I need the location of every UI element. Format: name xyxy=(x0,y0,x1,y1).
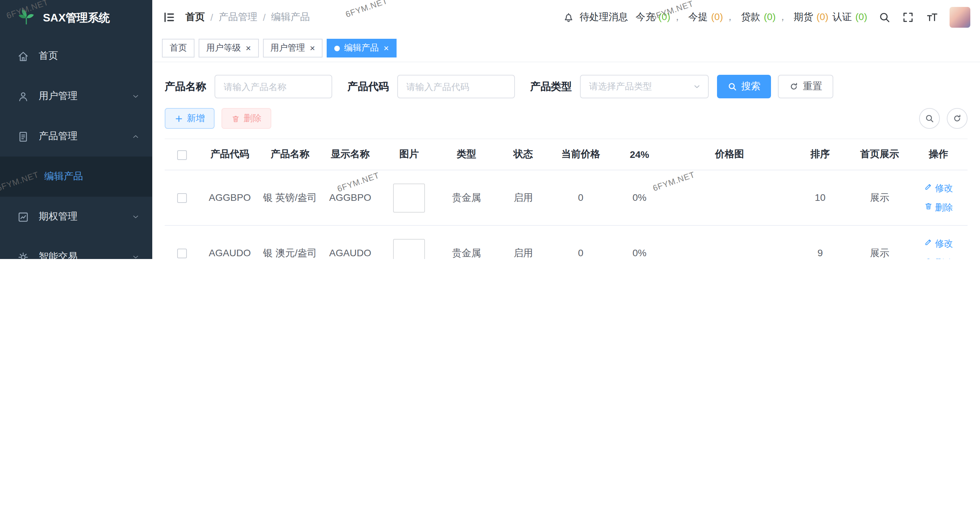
product-table: 产品代码产品名称显示名称图片类型状态当前价格24%价格图排序首页展示操作 AGG… xyxy=(165,139,967,259)
trade-icon xyxy=(17,251,29,259)
tab-用户管理[interactable]: 用户管理× xyxy=(262,39,323,57)
toggle-search-button[interactable] xyxy=(919,108,940,129)
sidebar-menu: 首页用户管理产品管理编辑产品期权管理智能交易贷款管理数字藏品资金管理系统设置系统… xyxy=(0,36,152,259)
table-header-row: 产品代码产品名称显示名称图片类型状态当前价格24%价格图排序首页展示操作 xyxy=(165,139,967,170)
message-separator: ， xyxy=(778,11,788,22)
status-cell: 启用 xyxy=(496,170,551,225)
table-row: AGAUDO银 澳元/盎司AGAUDO贵金属启用00%9展示修改删除 xyxy=(165,225,967,259)
price-chart-cell xyxy=(668,225,791,259)
home-display-cell: 展示 xyxy=(850,170,909,225)
sort-cell: 9 xyxy=(791,225,850,259)
edit-icon xyxy=(924,237,933,250)
bell-icon[interactable] xyxy=(563,11,575,23)
message-name: 今提 xyxy=(688,11,708,22)
tab-用户等级[interactable]: 用户等级× xyxy=(199,39,258,57)
column-header: 状态 xyxy=(496,139,551,170)
row-checkbox-cell xyxy=(165,170,199,225)
edit-link[interactable]: 修改 xyxy=(924,237,953,250)
filter-bar: 产品名称 产品代码 产品类型 请选择产品类型 搜索 xyxy=(152,62,980,98)
change-cell: 0% xyxy=(611,170,668,225)
product-name-cell: 银 英镑/盎司 xyxy=(260,170,320,225)
app-root: 6FYM.NET 6FYM.NET 6FYM.NET 6FYM.NET 6FYM… xyxy=(0,0,980,259)
product-code-cell: AGGBPO xyxy=(199,170,260,225)
chevron-down-icon xyxy=(693,83,701,91)
delete-link[interactable]: 删除 xyxy=(924,201,953,214)
column-header: 显示名称 xyxy=(320,139,381,170)
edit-link[interactable]: 修改 xyxy=(924,182,953,195)
actions-cell: 修改删除 xyxy=(909,225,967,259)
column-header: 24% xyxy=(611,139,668,170)
message-count: (0) xyxy=(764,11,775,22)
message-count: (0) xyxy=(659,11,670,22)
breadcrumb-item[interactable]: 首页 xyxy=(186,11,205,24)
chevron-down-icon xyxy=(132,92,140,100)
row-checkbox[interactable] xyxy=(177,194,187,203)
message-separator: ， xyxy=(672,11,682,22)
row-checkbox-cell xyxy=(165,225,199,259)
product-image-cell xyxy=(381,170,438,225)
sidebar-item-products[interactable]: 产品管理 xyxy=(0,116,152,156)
reset-button[interactable]: 重置 xyxy=(778,75,833,98)
add-button[interactable]: 新增 xyxy=(165,108,215,129)
chevron-down-icon xyxy=(132,253,140,259)
message-separator: ， xyxy=(725,11,735,22)
delete-button[interactable]: 删除 xyxy=(221,108,271,129)
fullscreen-icon[interactable] xyxy=(902,11,914,24)
navbar: 首页 / 产品管理 / 编辑产品 待处理消息 今充(0)，今提(0)，贷款(0)… xyxy=(152,0,980,35)
product-image xyxy=(393,239,425,259)
tab-close-icon[interactable]: × xyxy=(246,44,251,53)
avatar[interactable] xyxy=(950,7,970,28)
users-icon xyxy=(17,90,29,102)
select-all-checkbox[interactable] xyxy=(177,150,187,160)
sidebar-subitem-edit-product[interactable]: 编辑产品 xyxy=(0,156,152,197)
app-title: SAX管理系统 xyxy=(43,11,110,25)
message-count: (0) xyxy=(711,11,723,22)
sidebar-item-home[interactable]: 首页 xyxy=(0,36,152,76)
sidebar-item-options[interactable]: 期权管理 xyxy=(0,197,152,237)
edit-icon xyxy=(924,182,933,195)
display-name-cell: AGGBPO xyxy=(320,170,381,225)
home-display-cell: 展示 xyxy=(850,225,909,259)
actions-cell: 修改删除 xyxy=(909,170,967,225)
trash-icon xyxy=(924,201,933,214)
search-icon[interactable] xyxy=(878,11,891,24)
column-header: 首页展示 xyxy=(850,139,909,170)
table-row: AGGBPO银 英镑/盎司AGGBPO贵金属启用00%10展示修改删除 xyxy=(165,170,967,225)
search-button[interactable]: 搜索 xyxy=(717,75,771,98)
product-code-label: 产品代码 xyxy=(347,80,389,93)
tab-首页[interactable]: 首页 xyxy=(162,39,194,57)
column-header: 操作 xyxy=(909,139,967,170)
type-cell: 贵金属 xyxy=(438,225,496,259)
breadcrumb-item[interactable]: 产品管理 xyxy=(219,11,258,24)
row-checkbox[interactable] xyxy=(177,249,187,259)
product-type-label: 产品类型 xyxy=(530,80,572,93)
product-code-input[interactable] xyxy=(397,75,515,98)
hamburger-icon[interactable] xyxy=(162,10,176,24)
fontsize-icon[interactable] xyxy=(925,11,939,24)
pending-messages[interactable]: 待处理消息 今充(0)，今提(0)，贷款(0)，期货(0)认证(0) xyxy=(563,11,867,24)
refresh-button[interactable] xyxy=(947,108,967,129)
tab-close-icon[interactable]: × xyxy=(310,44,315,53)
app-logo[interactable]: SAX管理系统 xyxy=(0,0,152,36)
tab-编辑产品[interactable]: 编辑产品× xyxy=(327,39,396,57)
product-type-select[interactable]: 请选择产品类型 xyxy=(580,75,709,98)
tab-close-icon[interactable]: × xyxy=(383,44,388,53)
display-name-cell: AGAUDO xyxy=(320,225,381,259)
breadcrumb-item: 编辑产品 xyxy=(271,11,310,24)
message-counters: 今充(0)，今提(0)，贷款(0)，期货(0)认证(0) xyxy=(632,11,867,24)
options-icon xyxy=(17,210,29,223)
message-count: (0) xyxy=(817,11,829,22)
product-name-input[interactable] xyxy=(215,75,332,98)
active-tab-dot xyxy=(334,45,340,51)
change-cell: 0% xyxy=(611,225,668,259)
delete-link[interactable]: 删除 xyxy=(924,256,953,259)
sidebar-item-smart-trade[interactable]: 智能交易 xyxy=(0,237,152,259)
type-cell: 贵金属 xyxy=(438,170,496,225)
sidebar-item-users[interactable]: 用户管理 xyxy=(0,76,152,116)
messages-label: 待处理消息 xyxy=(580,11,628,24)
home-icon xyxy=(17,50,29,62)
trash-icon xyxy=(924,256,933,259)
message-count: (0) xyxy=(856,11,867,22)
product-table-wrap: 产品代码产品名称显示名称图片类型状态当前价格24%价格图排序首页展示操作 AGG… xyxy=(152,139,980,259)
sort-cell: 10 xyxy=(791,170,850,225)
